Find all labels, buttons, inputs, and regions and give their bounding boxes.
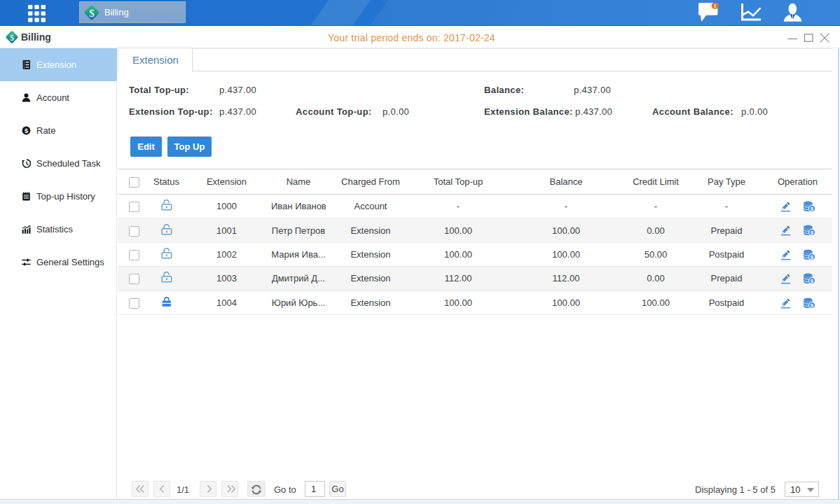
svg-text:!: !: [714, 3, 716, 10]
svg-text:$: $: [25, 127, 29, 134]
svg-text:$: $: [89, 7, 95, 18]
